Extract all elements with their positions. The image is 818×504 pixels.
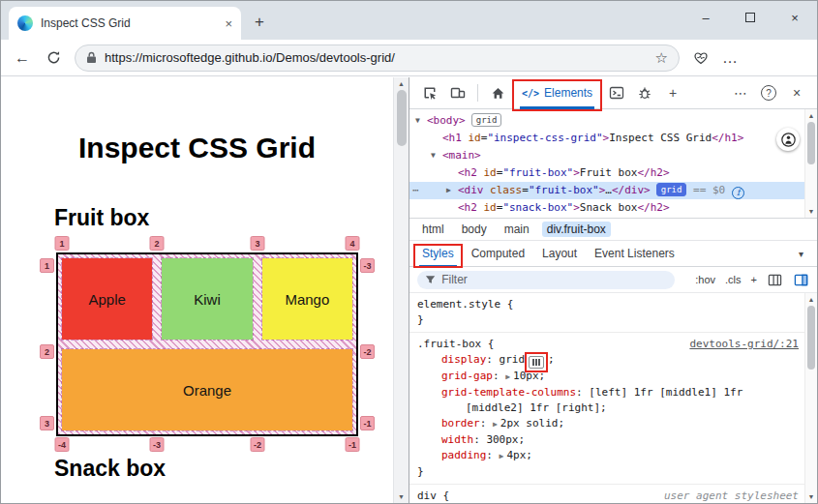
fruit-grid: AppleKiwiMangoOrange xyxy=(56,252,358,436)
refresh-button[interactable] xyxy=(44,50,63,65)
tab-close-icon[interactable]: × xyxy=(225,17,232,30)
new-style-rule-button[interactable]: + xyxy=(751,274,757,285)
style-line: grid-template-columns: [left] 1fr [middl… xyxy=(409,385,804,400)
expand-shorthand-icon[interactable]: ▶ xyxy=(500,452,504,460)
help-icon[interactable]: ? xyxy=(758,81,779,104)
navigation-toolbar: ← https://microsoftedge.github.io/Demos/… xyxy=(1,40,817,76)
breadcrumb: htmlbodymaindiv.fruit-box xyxy=(409,219,817,241)
scrollbar-thumb[interactable] xyxy=(397,90,407,146)
close-button[interactable]: × xyxy=(773,1,817,34)
accessibility-tree-button[interactable] xyxy=(776,128,800,151)
browser-essentials-icon[interactable] xyxy=(691,50,711,66)
dom-node-row[interactable]: <h2 id="snack-box">Snack box</h2> xyxy=(409,199,804,217)
tab-computed[interactable]: Computed xyxy=(463,241,533,267)
expand-arrow-icon[interactable]: ▼ xyxy=(415,112,420,130)
tab-event-listeners[interactable]: Event Listeners xyxy=(586,241,683,267)
tab-styles[interactable]: Styles xyxy=(413,241,463,267)
filter-input-wrap[interactable] xyxy=(417,271,675,289)
favorite-star-icon[interactable]: ☆ xyxy=(655,49,668,67)
dom-node-row[interactable]: ▼<body>grid xyxy=(409,112,804,130)
styles-pane: element.style {}.fruit-box {devtools-gri… xyxy=(409,293,817,503)
page-scrollbar[interactable]: ▲ ▼ xyxy=(393,77,409,503)
expand-shorthand-icon[interactable]: ▶ xyxy=(505,372,510,381)
stylesheet-link[interactable]: devtools-grid/:21 xyxy=(689,337,799,352)
computed-sidebar-toggle-icon[interactable] xyxy=(792,271,809,288)
dom-node-row[interactable]: <h2 id="fruit-box">Fruit box</h2> xyxy=(409,164,804,182)
scroll-up-icon[interactable]: ▲ xyxy=(805,109,817,122)
breadcrumb-item-html[interactable]: html xyxy=(417,222,449,237)
bug-icon[interactable] xyxy=(634,81,655,104)
dom-node-row[interactable]: ▼<main> xyxy=(409,147,804,164)
new-tab-button[interactable]: + xyxy=(245,8,274,37)
minimize-button[interactable]: – xyxy=(683,1,728,34)
device-emulation-icon[interactable] xyxy=(447,81,469,104)
node-hint-icon[interactable]: f xyxy=(732,187,744,199)
grid-cell-orange: Orange xyxy=(62,349,352,430)
back-button[interactable]: ← xyxy=(13,49,32,67)
styles-scrollbar[interactable]: ▲ ▼ xyxy=(804,293,817,503)
scroll-down-icon[interactable]: ▼ xyxy=(805,205,817,218)
style-line: div {user agent stylesheet xyxy=(409,489,804,503)
grid-editor-button[interactable] xyxy=(529,356,544,369)
expand-arrow-icon[interactable]: ▶ xyxy=(446,182,451,199)
style-line: .fruit-box {devtools-grid/:21 xyxy=(409,337,804,352)
customize-devtools-icon[interactable]: ⋯ xyxy=(730,81,751,104)
tab-elements[interactable]: </> Elements xyxy=(515,77,599,109)
more-tools-icon[interactable]: + xyxy=(662,81,683,104)
scroll-down-icon[interactable]: ▼ xyxy=(394,490,409,503)
snack-box-heading: Snack box xyxy=(54,456,393,482)
style-line: width: 300px; xyxy=(409,432,804,448)
hover-state-button[interactable]: :hov xyxy=(695,274,715,285)
grid-cell-apple: Apple xyxy=(62,258,152,340)
inspect-element-icon[interactable] xyxy=(419,81,440,104)
grid-cell-kiwi: Kiwi xyxy=(162,258,252,340)
node-menu-icon[interactable]: ⋯ xyxy=(412,182,418,199)
maximize-button[interactable] xyxy=(728,1,773,34)
grid-badge[interactable]: grid xyxy=(656,183,687,196)
style-line: [middle2] 1fr [right]; xyxy=(409,400,804,416)
filter-input[interactable] xyxy=(441,273,667,286)
grid-overlay: AppleKiwiMangoOrange 1234-4-3-2-1123-3-2… xyxy=(56,252,358,436)
style-line: grid-gap: ▶10px; xyxy=(409,369,804,385)
grid-line-number-left: 2 xyxy=(40,344,54,359)
content-area: Inspect CSS Grid Fruit box AppleKiwiMang… xyxy=(1,77,817,503)
style-line: padding: ▶4px; xyxy=(409,448,804,464)
chevron-down-icon[interactable]: ▾ xyxy=(799,249,813,259)
dom-node-row[interactable]: <h1 id="inspect-css-grid">Inspect CSS Gr… xyxy=(409,130,804,147)
address-bar[interactable]: https://microsoftedge.github.io/Demos/de… xyxy=(75,44,680,72)
settings-menu-icon[interactable]: … xyxy=(722,49,739,67)
stylesheet-origin: user agent stylesheet xyxy=(664,489,799,503)
grid-line-number-top: 1 xyxy=(55,236,70,251)
scroll-up-icon[interactable]: ▲ xyxy=(805,293,817,306)
browser-tab[interactable]: Inspect CSS Grid × xyxy=(9,7,241,40)
grid-columns-icon[interactable] xyxy=(766,271,783,288)
style-line: border: ▶2px solid; xyxy=(409,416,804,432)
grid-badge[interactable]: grid xyxy=(471,113,502,127)
style-line: display: grid; xyxy=(409,352,804,369)
tab-layout[interactable]: Layout xyxy=(533,241,586,267)
scroll-down-icon[interactable]: ▼ xyxy=(805,490,817,503)
scrollbar-thumb[interactable] xyxy=(807,306,815,370)
grid-line-number-bottom: -3 xyxy=(150,437,165,452)
expand-shorthand-icon[interactable]: ▶ xyxy=(493,420,498,429)
scrollbar-thumb[interactable] xyxy=(807,122,815,164)
grid-line-number-left: 3 xyxy=(40,416,54,430)
code-brackets-icon: </> xyxy=(522,88,539,99)
grid-line-number-bottom: -2 xyxy=(251,437,265,452)
class-state-button[interactable]: .cls xyxy=(725,274,742,285)
dom-scrollbar[interactable]: ▲ ▼ xyxy=(804,109,817,218)
breadcrumb-item-divfruit-box[interactable]: div.fruit-box xyxy=(542,222,611,237)
console-icon[interactable] xyxy=(606,81,627,104)
scroll-up-icon[interactable]: ▲ xyxy=(394,77,409,90)
close-devtools-icon[interactable]: × xyxy=(786,81,807,104)
breadcrumb-item-main[interactable]: main xyxy=(500,222,534,237)
grid-line-number-right: -2 xyxy=(360,344,375,359)
welcome-home-icon[interactable] xyxy=(487,81,508,104)
window-controls: – × xyxy=(683,1,817,34)
devtools-toolbar: </> Elements + ⋯ ? × xyxy=(409,77,817,109)
grid-cell-mango: Mango xyxy=(262,258,352,340)
styles-filter-row: :hov.cls+ xyxy=(409,267,817,293)
dom-node-row[interactable]: ⋯▶<div class="fruit-box">…</div>grid == … xyxy=(409,182,804,199)
breadcrumb-item-body[interactable]: body xyxy=(457,222,492,237)
expand-arrow-icon[interactable]: ▼ xyxy=(431,147,436,164)
